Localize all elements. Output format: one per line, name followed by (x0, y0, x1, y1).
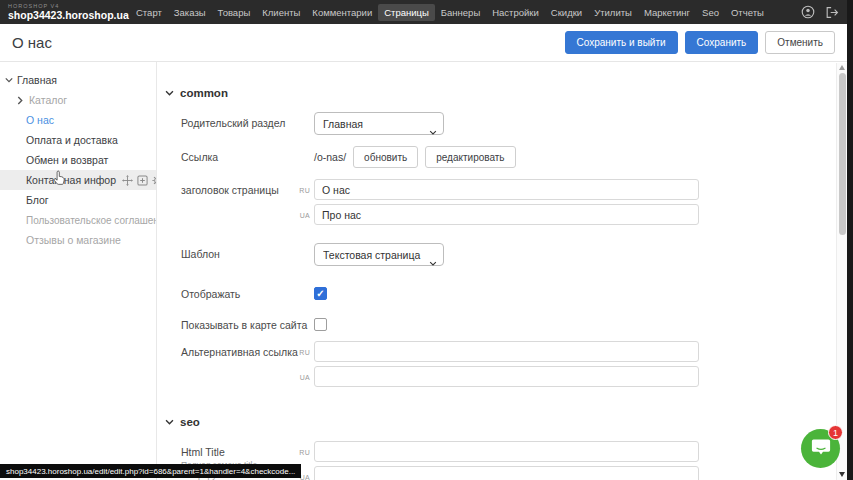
lang-tag-ru: RU (288, 349, 310, 356)
template-select[interactable]: Текстовая страница (314, 243, 444, 266)
sidebar-item-label: Каталог (29, 94, 67, 106)
html-title-ua-input[interactable] (314, 466, 699, 480)
sidebar-item-label: Оплата и доставка (26, 134, 118, 146)
chevron-down-icon (165, 90, 174, 96)
sidebar-item-label: Главная (17, 74, 57, 86)
save-button[interactable]: Сохранить (685, 31, 759, 54)
tree-item-actions (122, 175, 156, 186)
link-preview-statusbar: shop34423.horoshop.ua/edit/edit.php?id=6… (0, 464, 301, 478)
menu-settings[interactable]: Настройки (486, 4, 545, 21)
field-display: Отображать (158, 283, 838, 309)
chat-bubble-icon (811, 438, 831, 460)
menu-marketing[interactable]: Маркетинг (638, 4, 696, 21)
html-title-label: Html Title (181, 446, 225, 458)
page-title: О нас (12, 34, 52, 51)
menu-seo[interactable]: Seo (696, 4, 725, 21)
sidebar-item-user-agreement[interactable]: Пользовательское соглашение (0, 210, 156, 230)
section-common[interactable]: common (165, 80, 845, 106)
parent-section-select[interactable]: Главная (314, 112, 444, 135)
scrollbar-down-arrow[interactable] (839, 472, 845, 477)
chat-notification-badge: 1 (828, 425, 843, 440)
account-icon[interactable] (801, 5, 815, 19)
menu-start[interactable]: Старт (130, 4, 168, 21)
menu-discounts[interactable]: Скидки (545, 4, 588, 21)
template-label: Шаблон (181, 248, 309, 260)
scrollbar-up-arrow[interactable] (839, 65, 845, 70)
logo-domain: shop34423.horoshop.ua (8, 10, 126, 21)
section-seo[interactable]: seo (165, 409, 845, 435)
sidebar-item-store-reviews[interactable]: Отзывы о магазине (0, 230, 156, 250)
field-page-title-ua: UA (158, 204, 838, 230)
alt-link-ru-input[interactable] (314, 341, 699, 362)
link-update-button[interactable]: обновить (353, 146, 418, 168)
menu-comments[interactable]: Комментарии (306, 4, 378, 21)
link-edit-button[interactable]: редактировать (425, 146, 515, 168)
lang-tag-ru: RU (288, 187, 310, 194)
topbar: HOROSHOP V4 shop34423.horoshop.ua Старт … (0, 0, 853, 24)
topbar-icons (801, 5, 839, 19)
sidebar-item-label: Контактная инфор (26, 174, 116, 186)
display-label: Отображать (181, 288, 309, 300)
menu-products[interactable]: Товары (212, 4, 257, 21)
statusbar-url: shop34423.horoshop.ua/edit/edit.php?id=6… (6, 467, 295, 476)
field-sitemap: Показывать в карте сайта (158, 314, 838, 340)
chevron-right-icon (17, 96, 25, 105)
link-path: /o-nas/ (314, 151, 346, 163)
section-seo-label: seo (180, 416, 200, 428)
sidebar-item-blog[interactable]: Блог (0, 190, 156, 210)
vertical-scrollbar[interactable] (836, 63, 847, 480)
sitemap-label: Показывать в карте сайта (181, 319, 309, 331)
menu-banners[interactable]: Баннеры (435, 4, 486, 21)
field-parent-section: Родительский раздел Главная (158, 112, 838, 138)
window-edge-strip (847, 0, 853, 480)
chevron-down-icon (5, 77, 13, 83)
field-template: Шаблон Текстовая страница (158, 243, 838, 269)
page-header: О нас Сохранить и выйти Сохранить Отмени… (0, 24, 853, 62)
lang-tag-ua: UA (288, 212, 310, 219)
logo[interactable]: HOROSHOP V4 shop34423.horoshop.ua (8, 4, 126, 21)
display-checkbox[interactable] (314, 287, 327, 300)
chat-widget-button[interactable]: 1 (801, 429, 840, 468)
page-edit-form: common Родительский раздел Главная Ссылк… (158, 62, 838, 480)
cancel-button[interactable]: Отменить (765, 31, 835, 54)
field-alt-link-ua: UA (158, 366, 838, 392)
menu-pages[interactable]: Страницы (378, 4, 435, 21)
sidebar-item-label: Обмен и возврат (26, 154, 108, 166)
menu-reports[interactable]: Отчеты (725, 4, 770, 21)
sidebar-item-label: Блог (26, 194, 49, 206)
menu-orders[interactable]: Заказы (168, 4, 212, 21)
menu-utilities[interactable]: Утилиты (588, 4, 638, 21)
parent-section-label: Родительский раздел (181, 117, 309, 129)
header-buttons: Сохранить и выйти Сохранить Отменить (565, 31, 836, 54)
sitemap-checkbox[interactable] (314, 318, 327, 331)
section-common-label: common (180, 87, 228, 99)
page-title-ua-input[interactable] (314, 204, 699, 225)
link-label: Ссылка (181, 151, 309, 163)
settings-icon[interactable] (152, 175, 156, 186)
add-icon[interactable] (137, 175, 148, 186)
lang-tag-ru: RU (288, 449, 310, 456)
field-page-title-ru: заголовок страницы RU (158, 179, 838, 205)
sidebar-item-label: Пользовательское соглашение (26, 215, 156, 226)
topbar-menu: Старт Заказы Товары Клиенты Комментарии … (130, 4, 770, 21)
menu-clients[interactable]: Клиенты (256, 4, 306, 21)
sidebar-item-catalog[interactable]: Каталог (0, 90, 156, 110)
sidebar-item-contact-info[interactable]: Контактная инфор (0, 170, 156, 190)
page-title-ru-input[interactable] (314, 179, 699, 200)
sidebar-item-label: Отзывы о магазине (26, 234, 121, 246)
alt-link-ua-input[interactable] (314, 366, 699, 387)
sidebar-item-about[interactable]: О нас (0, 110, 156, 130)
sidebar-item-exchange-return[interactable]: Обмен и возврат (0, 150, 156, 170)
sidebar-item-home[interactable]: Главная (0, 70, 156, 90)
save-and-exit-button[interactable]: Сохранить и выйти (565, 31, 678, 54)
field-link: Ссылка /o-nas/ обновить редактировать (158, 146, 838, 172)
sidebar-item-payment-delivery[interactable]: Оплата и доставка (0, 130, 156, 150)
sidebar-item-label: О нас (26, 114, 54, 126)
scrollbar-thumb[interactable] (839, 73, 846, 235)
html-title-ru-input[interactable] (314, 441, 699, 462)
move-icon[interactable] (122, 175, 133, 186)
logout-icon[interactable] (825, 6, 839, 19)
pages-tree-sidebar: Главная Каталог О нас Оплата и доставка … (0, 62, 157, 480)
chevron-down-icon (165, 419, 174, 425)
field-alt-link-ru: Альтернативная ссылка RU (158, 341, 838, 367)
